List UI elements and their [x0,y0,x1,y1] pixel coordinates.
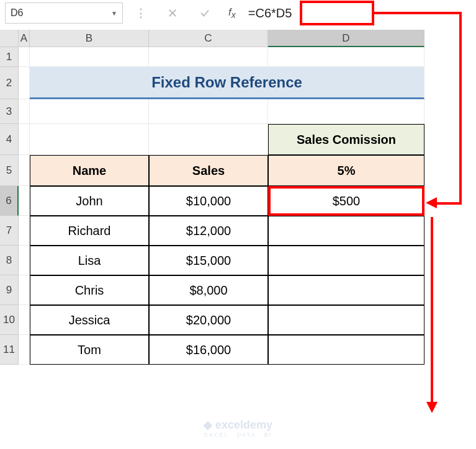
cell-C1[interactable] [149,47,268,67]
cell-A4[interactable] [19,124,30,155]
cell-A3[interactable] [19,99,30,124]
row-header-4[interactable]: 4 [0,124,19,155]
watermark: ◆ exceldemy EXCEL · DATA · BI [204,418,272,438]
cell-sales-0[interactable]: $10,000 [149,186,268,216]
cell-D1[interactable] [268,47,424,67]
cell-commission-2[interactable] [268,246,424,275]
cell-A2[interactable] [19,67,30,99]
options-icon[interactable]: ⋮ [125,2,155,24]
row-header-6[interactable]: 6 [0,186,19,216]
dropdown-icon[interactable]: ▼ [111,10,117,17]
row-header-8[interactable]: 8 [0,246,19,275]
cell-commission-3[interactable] [268,275,424,305]
header-commission[interactable]: Sales Comission [268,124,424,155]
col-header-C[interactable]: C [149,30,268,47]
cell-name-1[interactable]: Richard [30,216,149,246]
cell-A7[interactable] [19,216,30,246]
cell-B3[interactable] [30,99,149,124]
spreadsheet-grid[interactable]: A B C D 1 2 Fixed Row Reference 3 4 Sale… [0,30,476,365]
cell-B1[interactable] [30,47,149,67]
cell-sales-1[interactable]: $12,000 [149,216,268,246]
cell-name-4[interactable]: Jessica [30,305,149,335]
cell-sales-5[interactable]: $16,000 [149,335,268,365]
cell-sales-4[interactable]: $20,000 [149,305,268,335]
annotation-arrow-segment [436,202,462,205]
formula-input[interactable]: =C6*D5 [245,3,296,23]
row-header-9[interactable]: 9 [0,275,19,305]
cell-commission-5[interactable] [268,335,424,365]
cell-A5[interactable] [19,155,30,186]
header-rate[interactable]: 5% [268,155,424,186]
arrow-head-icon [426,402,438,413]
cancel-icon[interactable] [158,2,187,24]
col-header-A[interactable]: A [19,30,30,47]
cell-name-0[interactable]: John [30,186,149,216]
cell-B4[interactable] [30,124,149,155]
annotation-arrow-segment [459,12,462,204]
row-header-1[interactable]: 1 [0,47,19,67]
row-header-2[interactable]: 2 [0,67,19,99]
cell-commission-4[interactable] [268,305,424,335]
cell-A11[interactable] [19,335,30,365]
row-header-11[interactable]: 11 [0,335,19,365]
enter-icon[interactable] [190,2,220,24]
annotation-arrow-segment [374,12,461,14]
col-header-B[interactable]: B [30,30,149,47]
cell-C4[interactable] [149,124,268,155]
row-header-5[interactable]: 5 [0,155,19,186]
cell-A6[interactable] [19,186,30,216]
active-cell-D6[interactable]: $500 [268,186,424,216]
cell-C3[interactable] [149,99,268,124]
col-header-D[interactable]: D [268,30,424,47]
row-header-3[interactable]: 3 [0,99,19,124]
header-name[interactable]: Name [30,155,149,186]
cell-A10[interactable] [19,305,30,335]
arrow-head-icon [426,197,437,208]
title-cell[interactable]: Fixed Row Reference [30,67,424,99]
name-box[interactable]: D6 ▼ [5,2,123,24]
cell-name-5[interactable]: Tom [30,335,149,365]
cell-commission-1[interactable] [268,216,424,246]
cell-name-2[interactable]: Lisa [30,246,149,275]
cell-sales-3[interactable]: $8,000 [149,275,268,305]
select-all-corner[interactable] [0,30,19,47]
cell-reference: D6 [11,7,23,19]
cell-A8[interactable] [19,246,30,275]
cell-name-3[interactable]: Chris [30,275,149,305]
cell-sales-2[interactable]: $15,000 [149,246,268,275]
fx-icon[interactable]: fx [228,6,236,20]
row-header-10[interactable]: 10 [0,305,19,335]
cell-A1[interactable] [19,47,30,67]
cell-D3[interactable] [268,99,424,124]
header-sales[interactable]: Sales [149,155,268,186]
cell-A9[interactable] [19,275,30,305]
row-header-7[interactable]: 7 [0,216,19,246]
annotation-fill-arrow [431,217,433,403]
highlight-formula [300,1,374,25]
